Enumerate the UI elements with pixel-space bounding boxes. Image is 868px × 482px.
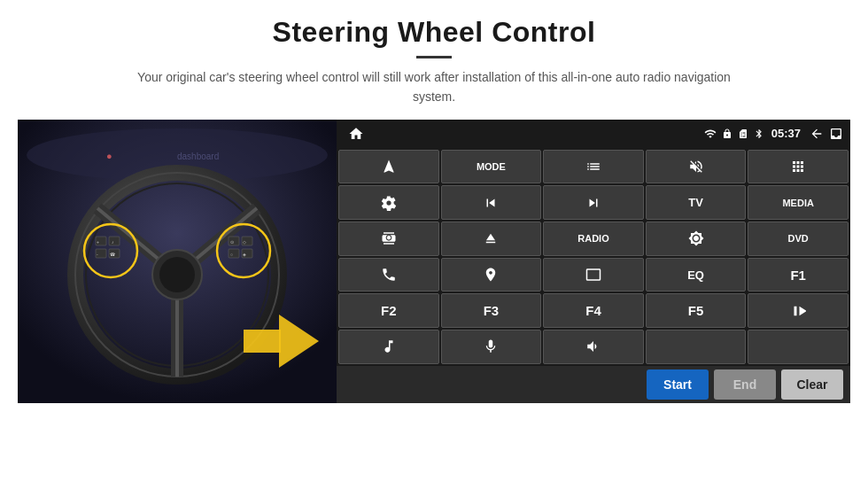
ctrl-btn-btn-prev[interactable]: [441, 185, 542, 220]
ctrl-btn-btn-nav[interactable]: [338, 150, 439, 184]
bluetooth-icon: [754, 128, 764, 140]
ctrl-btn-btn-f5[interactable]: F5: [646, 293, 747, 328]
subtitle: Your original car's steering wheel contr…: [124, 67, 744, 107]
ctrl-btn-btn-radio[interactable]: RADIO: [543, 222, 644, 256]
back-icon[interactable]: [810, 127, 824, 141]
ctrl-btn-btn-mute[interactable]: [646, 150, 747, 184]
svg-text:◈: ◈: [243, 252, 246, 257]
svg-rect-18: [109, 237, 120, 245]
clear-button[interactable]: Clear: [781, 369, 843, 400]
ctrl-btn-btn-playpause[interactable]: [748, 293, 849, 328]
control-panel: 05:37 MODETVMEDIARADIODVDEQF1F2F3F4F5 St…: [337, 120, 850, 403]
ctrl-btn-btn-empty2[interactable]: [748, 330, 849, 364]
page-container: Steering Wheel Control Your original car…: [0, 0, 868, 482]
lock-icon: [722, 128, 732, 140]
action-bar: Start End Clear: [337, 366, 850, 403]
ctrl-btn-btn-brightness[interactable]: [646, 222, 747, 256]
recent-apps-icon[interactable]: [829, 127, 843, 141]
ctrl-btn-btn-settings[interactable]: [338, 185, 439, 220]
ctrl-btn-btn-list[interactable]: [543, 150, 644, 184]
svg-text:○: ○: [230, 252, 233, 257]
ctrl-btn-btn-empty1[interactable]: [646, 330, 747, 364]
ctrl-btn-btn-next[interactable]: [543, 185, 644, 220]
title-divider: [416, 56, 452, 58]
status-right: 05:37: [704, 127, 843, 141]
ctrl-btn-btn-gps[interactable]: [441, 258, 542, 292]
status-left: [344, 121, 368, 146]
svg-text:+: +: [97, 239, 99, 245]
ctrl-btn-btn-tv[interactable]: TV: [646, 185, 747, 220]
ctrl-btn-btn-mode[interactable]: MODE: [441, 150, 542, 184]
svg-text:⊙: ⊙: [230, 239, 234, 245]
svg-text:●: ●: [106, 151, 112, 161]
ctrl-btn-btn-360[interactable]: [338, 222, 439, 256]
ctrl-btn-btn-media[interactable]: MEDIA: [748, 185, 849, 220]
ctrl-btn-btn-f2[interactable]: F2: [338, 293, 439, 328]
svg-point-14: [159, 257, 195, 292]
home-icon[interactable]: [344, 121, 368, 146]
wifi-icon: [704, 128, 717, 140]
sim-icon: [738, 128, 748, 140]
ctrl-btn-btn-phone[interactable]: [338, 258, 439, 292]
svg-rect-34: [244, 330, 281, 353]
buttons-grid: MODETVMEDIARADIODVDEQF1F2F3F4F5: [337, 148, 850, 366]
ctrl-btn-btn-f3[interactable]: F3: [441, 293, 542, 328]
ctrl-btn-btn-eq[interactable]: EQ: [646, 258, 747, 292]
ctrl-btn-btn-screen[interactable]: [543, 258, 644, 292]
end-button[interactable]: End: [714, 369, 776, 400]
svg-text:◇: ◇: [243, 239, 246, 245]
ctrl-btn-btn-f4[interactable]: F4: [543, 293, 644, 328]
ctrl-btn-btn-dvd[interactable]: DVD: [748, 222, 849, 256]
status-bar: 05:37: [337, 120, 850, 148]
ctrl-btn-btn-eject[interactable]: [441, 222, 542, 256]
ctrl-btn-btn-apps[interactable]: [748, 150, 849, 184]
title-section: Steering Wheel Control Your original car…: [18, 16, 850, 120]
ctrl-btn-btn-mic[interactable]: [441, 330, 542, 364]
svg-text:☎: ☎: [110, 252, 115, 257]
ctrl-btn-btn-vol-call[interactable]: [543, 330, 644, 364]
content-row: ● dashboard +: [18, 120, 850, 403]
steering-wheel-image: ● dashboard +: [18, 120, 337, 403]
ctrl-btn-btn-f1[interactable]: F1: [748, 258, 849, 292]
start-button[interactable]: Start: [647, 369, 709, 400]
ctrl-btn-btn-music[interactable]: [338, 330, 439, 364]
page-title: Steering Wheel Control: [18, 16, 850, 49]
svg-text:dashboard: dashboard: [177, 152, 219, 161]
status-time: 05:37: [771, 127, 801, 140]
